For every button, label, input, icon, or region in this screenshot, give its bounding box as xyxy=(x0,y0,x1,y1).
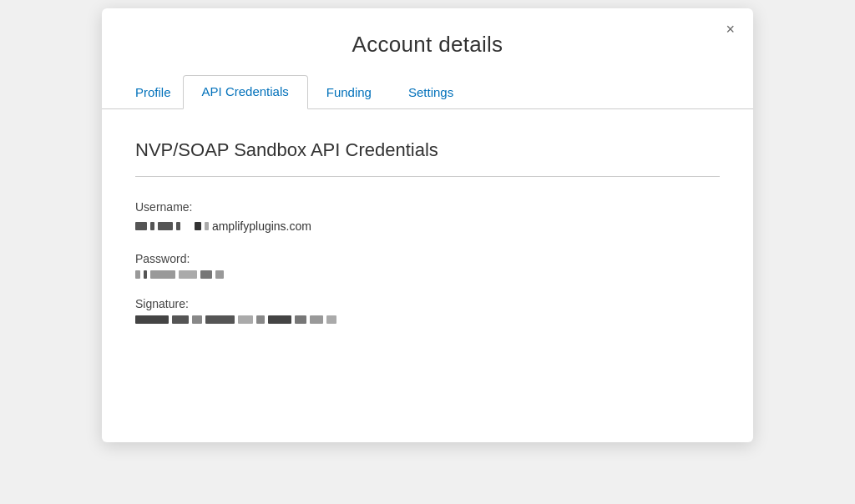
redacted-block xyxy=(310,315,323,324)
redacted-block xyxy=(192,315,202,324)
tabs-bar: Profile API Credentials Funding Settings xyxy=(102,74,753,109)
redacted-block xyxy=(135,222,147,230)
redacted-block xyxy=(238,315,253,324)
section-divider xyxy=(135,176,720,177)
password-value xyxy=(135,270,720,279)
redacted-block xyxy=(205,222,209,230)
password-label: Password: xyxy=(135,252,720,265)
tab-funding[interactable]: Funding xyxy=(308,77,390,109)
redacted-block xyxy=(215,270,224,279)
signature-field-group: Signature: xyxy=(135,297,720,324)
username-field-group: Username: amplifyplugins.com xyxy=(135,200,720,234)
redacted-block xyxy=(150,270,175,279)
tab-api-credentials[interactable]: API Credentials xyxy=(183,75,308,109)
redacted-block xyxy=(135,315,169,324)
redacted-block xyxy=(179,270,197,279)
password-field-group: Password: xyxy=(135,252,720,279)
redacted-block xyxy=(205,315,235,324)
modal-overlay: × Account details Profile API Credential… xyxy=(0,0,855,504)
section-title: NVP/SOAP Sandbox API Credentials xyxy=(135,139,720,161)
redacted-block xyxy=(326,315,336,324)
redacted-block xyxy=(195,222,201,230)
redacted-block xyxy=(144,270,147,279)
redacted-block xyxy=(256,315,265,324)
tab-settings[interactable]: Settings xyxy=(390,77,472,109)
username-label: Username: xyxy=(135,200,720,214)
redacted-block xyxy=(172,315,189,324)
redacted-block xyxy=(135,270,140,279)
redacted-block xyxy=(295,315,306,324)
modal-body: NVP/SOAP Sandbox API Credentials Usernam… xyxy=(102,109,753,375)
account-details-modal: × Account details Profile API Credential… xyxy=(102,8,753,442)
modal-title: Account details xyxy=(102,8,753,74)
username-domain: amplifyplugins.com xyxy=(212,219,311,233)
tab-profile[interactable]: Profile xyxy=(127,77,183,109)
redacted-block xyxy=(158,222,173,230)
redacted-block xyxy=(200,270,212,279)
close-button[interactable]: × xyxy=(721,20,740,38)
signature-value xyxy=(135,315,720,324)
signature-label: Signature: xyxy=(135,297,720,310)
redacted-block xyxy=(268,315,291,324)
username-value: amplifyplugins.com xyxy=(135,219,720,234)
redacted-block xyxy=(150,222,154,230)
redacted-block xyxy=(176,222,180,230)
